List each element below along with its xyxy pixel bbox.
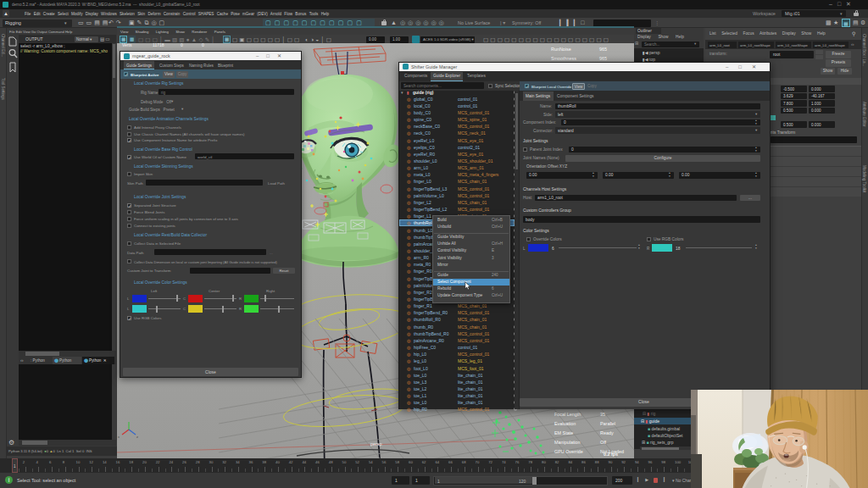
svg-text:persp: persp [370, 441, 382, 446]
svg-text:Off: Off [600, 440, 607, 445]
svg-text:Manipulation: Manipulation [554, 440, 581, 445]
svg-text:35: 35 [600, 412, 605, 417]
svg-text:0.2 fps: 0.2 fps [604, 452, 618, 457]
svg-text:x: x [118, 435, 120, 439]
svg-text:965: 965 [599, 47, 607, 52]
svg-text:RunNoise: RunNoise [551, 47, 571, 52]
svg-text:Smoothness: Smoothness [551, 56, 576, 61]
svg-text:Focal Length: Focal Length [554, 412, 581, 417]
svg-text:0: 0 [202, 43, 204, 47]
svg-text:EM State: EM State [554, 430, 573, 435]
svg-text:11718: 11718 [153, 43, 164, 47]
svg-text:0: 0 [181, 43, 183, 47]
svg-text:Verts: Verts [122, 43, 132, 47]
svg-text:GPU Override: GPU Override [554, 449, 583, 454]
svg-text:Ready: Ready [600, 430, 614, 435]
svg-text:965: 965 [599, 56, 607, 61]
svg-text:z: z [136, 435, 138, 439]
svg-text:Parallel: Parallel [600, 421, 615, 426]
svg-text:Evaluation: Evaluation [554, 421, 576, 426]
